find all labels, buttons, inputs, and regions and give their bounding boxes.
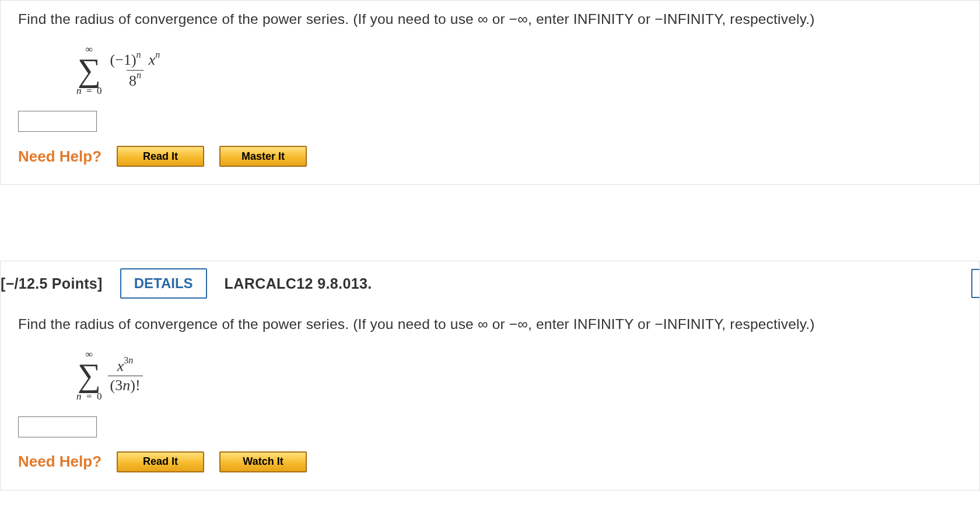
numerator: (−1)n xn <box>108 51 163 69</box>
header-right-stub[interactable] <box>971 269 979 298</box>
sigma-icon: ∑ <box>78 360 101 390</box>
help-row: Need Help? Read It Master It <box>18 146 962 167</box>
need-help-label: Need Help? <box>18 148 102 166</box>
answer-input[interactable] <box>18 111 97 132</box>
read-it-button[interactable]: Read It <box>117 451 204 472</box>
fraction: (−1)n xn 8n <box>108 51 163 89</box>
read-it-button[interactable]: Read It <box>117 146 204 167</box>
answer-input[interactable] <box>18 416 97 437</box>
formula: ∞ ∑ n = 0 (−1)n xn 8n <box>18 36 962 103</box>
help-row: Need Help? Read It Watch It <box>18 451 962 472</box>
denominator: (3n)! <box>108 376 143 394</box>
formula: ∞ ∑ n = 0 x3n (3n)! <box>18 341 962 408</box>
master-it-button[interactable]: Master It <box>219 146 307 167</box>
question-card-2: Find the radius of convergence of the po… <box>0 306 980 490</box>
question-header: [−/12.5 Points] DETAILS LARCALC12 9.8.01… <box>0 261 980 306</box>
sum-lower-limit: n = 0 <box>76 391 102 401</box>
reference-code: LARCALC12 9.8.013. <box>225 275 372 292</box>
question-card-1: Find the radius of convergence of the po… <box>0 0 980 185</box>
sigma-icon: ∑ <box>78 55 101 85</box>
fraction: x3n (3n)! <box>108 357 143 394</box>
sum-lower-limit: n = 0 <box>76 86 102 96</box>
details-button[interactable]: DETAILS <box>120 268 207 299</box>
watch-it-button[interactable]: Watch It <box>219 451 307 472</box>
question-prompt: Find the radius of convergence of the po… <box>18 11 962 27</box>
question-prompt: Find the radius of convergence of the po… <box>18 316 962 332</box>
points-label: [−/12.5 Points] <box>1 275 103 292</box>
numerator: x3n <box>115 357 136 376</box>
denominator: 8n <box>127 70 144 89</box>
need-help-label: Need Help? <box>18 453 102 471</box>
